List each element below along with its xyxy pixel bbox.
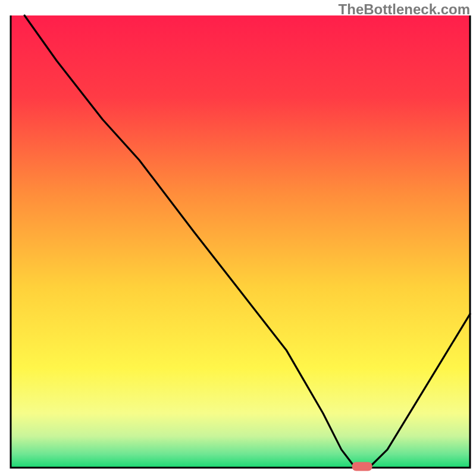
chart-container: TheBottleneck.com [0, 0, 476, 476]
plot-background [11, 15, 470, 468]
optimum-marker [352, 462, 372, 471]
watermark-text: TheBottleneck.com [339, 1, 470, 18]
bottleneck-chart [0, 0, 476, 476]
